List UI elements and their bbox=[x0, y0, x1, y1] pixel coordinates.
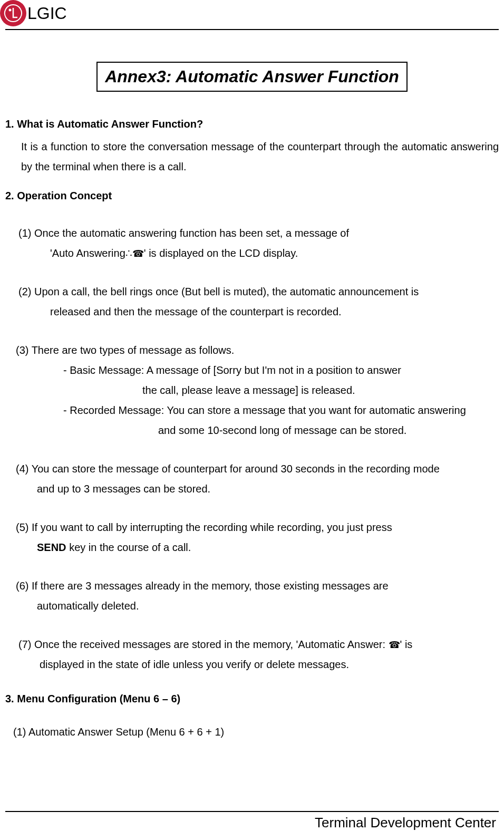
section-1-body: It is a function to store the conversati… bbox=[21, 137, 499, 177]
item-3-sub1: - Basic Message: A message of [Sorry but… bbox=[63, 364, 401, 376]
item-7-line1a: (7) Once the received messages are store… bbox=[18, 639, 389, 650]
item-5-line2-wrapper: SEND key in the course of a call. bbox=[37, 542, 191, 553]
lg-logo-icon bbox=[0, 0, 26, 26]
svg-point-1 bbox=[9, 9, 12, 12]
concept-item-2: (2) Upon a call, the bell rings once (Bu… bbox=[18, 282, 499, 322]
concept-item-7: (7) Once the received messages are store… bbox=[18, 634, 499, 674]
item-1-line1: (1) Once the automatic answering functio… bbox=[18, 227, 349, 239]
item-3-sub2-cont: and some 10-second long of message can b… bbox=[158, 424, 406, 436]
item-2-line1: (2) Upon a call, the bell rings once (Bu… bbox=[18, 286, 419, 297]
menu-config-item-1: (1) Automatic Answer Setup (Menu 6 + 6 +… bbox=[13, 726, 499, 738]
header-brand-text: LGIC bbox=[27, 4, 67, 23]
item-4-line2: and up to 3 messages can be stored. bbox=[37, 483, 210, 495]
item-3-line1: (3) There are two types of message as fo… bbox=[16, 344, 234, 356]
item-6-line1: (6) If there are 3 messages already in t… bbox=[16, 580, 389, 592]
item-6-line2: automatically deleted. bbox=[37, 600, 139, 612]
item-1-line2a: 'Auto Answering∴ bbox=[50, 247, 132, 259]
section-1-heading: 1. What is Automatic Answer Function? bbox=[5, 118, 499, 130]
footer-divider bbox=[5, 811, 499, 812]
item-1-line2b: ' is displayed on the LCD display. bbox=[144, 247, 298, 259]
concept-item-3: (3) There are two types of message as fo… bbox=[16, 340, 499, 440]
title-box: Annex3: Automatic Answer Function bbox=[96, 62, 408, 92]
item-3-sub1-cont: the call, please leave a message] is rel… bbox=[142, 384, 355, 396]
concept-item-6: (6) If there are 3 messages already in t… bbox=[16, 576, 499, 616]
item-5-line2b: key in the course of a call. bbox=[66, 542, 191, 553]
item-7-line2: displayed in the state of idle unless yo… bbox=[40, 659, 349, 670]
title-container: Annex3: Automatic Answer Function bbox=[0, 30, 504, 118]
phone-icon-2: ☎ bbox=[389, 636, 400, 654]
content-area: 1. What is Automatic Answer Function? It… bbox=[0, 118, 504, 738]
send-key-label: SEND bbox=[37, 542, 66, 553]
section-3-heading: 3. Menu Configuration (Menu 6 – 6) bbox=[5, 693, 499, 705]
page-title: Annex3: Automatic Answer Function bbox=[105, 67, 399, 86]
concept-item-4: (4) You can store the message of counter… bbox=[16, 459, 499, 499]
concept-item-5: (5) If you want to call by interrupting … bbox=[16, 517, 499, 557]
item-2-line2: released and then the message of the cou… bbox=[50, 306, 342, 317]
concept-item-1: (1) Once the automatic answering functio… bbox=[18, 223, 499, 263]
item-7-line1b: ' is bbox=[400, 639, 413, 650]
page-header: LGIC bbox=[0, 0, 504, 29]
page-footer: Terminal Development Center bbox=[0, 811, 504, 831]
item-1-line2-wrapper: 'Auto Answering∴☎' is displayed on the L… bbox=[50, 247, 298, 259]
section-2-heading: 2. Operation Concept bbox=[5, 190, 499, 202]
item-5-line1: (5) If you want to call by interrupting … bbox=[16, 521, 392, 533]
footer-text: Terminal Development Center bbox=[5, 815, 499, 831]
item-3-sub2: - Recorded Message: You can store a mess… bbox=[63, 404, 466, 416]
item-4-line1: (4) You can store the message of counter… bbox=[16, 463, 440, 475]
phone-icon: ☎ bbox=[132, 245, 144, 263]
